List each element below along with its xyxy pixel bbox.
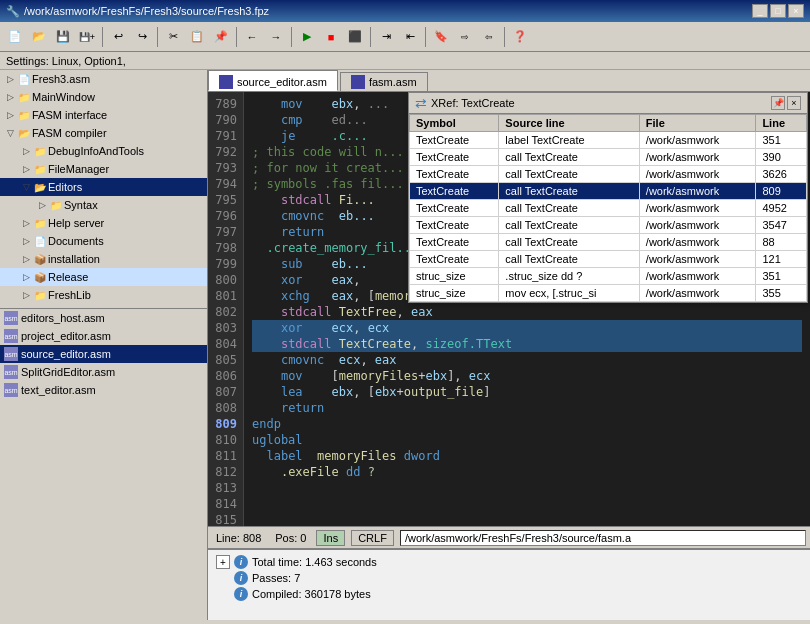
app-icon: 🔧 bbox=[6, 5, 20, 18]
next-bookmark-button[interactable]: ⇨ bbox=[454, 26, 476, 48]
file-label: source_editor.asm bbox=[21, 348, 111, 360]
save-button[interactable]: 💾 bbox=[52, 26, 74, 48]
maximize-button[interactable]: □ bbox=[770, 4, 786, 18]
xref-cell-source: call TextCreate bbox=[499, 183, 639, 200]
code-line-813: lea ebx, [ebx+output_file] bbox=[252, 384, 802, 400]
expand-icon: ▷ bbox=[4, 92, 16, 102]
tab-fasm[interactable]: fasm.asm bbox=[340, 72, 428, 91]
tree-item-fasm-interface[interactable]: ▷ 📁 FASM interface bbox=[0, 106, 207, 124]
prev-bookmark-button[interactable]: ⇦ bbox=[478, 26, 500, 48]
forward-button[interactable]: → bbox=[265, 26, 287, 48]
xref-col-line: Line bbox=[756, 115, 807, 132]
xref-cell-symbol: TextCreate bbox=[410, 234, 499, 251]
new-button[interactable]: 📄 bbox=[4, 26, 26, 48]
tree-item-debuginfo[interactable]: ▷ 📁 DebugInfoAndTools bbox=[0, 142, 207, 160]
tree-item-filemanager[interactable]: ▷ 📁 FileManager bbox=[0, 160, 207, 178]
xref-row[interactable]: struc_size mov ecx, [.struc_si /work/asm… bbox=[410, 285, 807, 302]
xref-pin-button[interactable]: 📌 bbox=[771, 96, 785, 110]
tree-item-fasm-compiler[interactable]: ▽ 📂 FASM compiler bbox=[0, 124, 207, 142]
xref-cell-source: .struc_size dd ? bbox=[499, 268, 639, 285]
tree-item-editors[interactable]: ▽ 📂 Editors bbox=[0, 178, 207, 196]
xref-cell-line: 4952 bbox=[756, 200, 807, 217]
close-button[interactable]: × bbox=[788, 4, 804, 18]
paste-button[interactable]: 📌 bbox=[210, 26, 232, 48]
cut-button[interactable]: ✂ bbox=[162, 26, 184, 48]
line-num: 802 bbox=[214, 304, 237, 320]
line-num: 815 bbox=[214, 512, 237, 526]
xref-col-file: File bbox=[639, 115, 756, 132]
info-icon: i bbox=[234, 571, 248, 585]
ins-button[interactable]: Ins bbox=[316, 530, 345, 546]
tab-file-icon bbox=[219, 75, 233, 89]
debug-button[interactable]: ⬛ bbox=[344, 26, 366, 48]
tree-item-freshlib[interactable]: ▷ 📁 FreshLib bbox=[0, 286, 207, 304]
xref-cell-line: 88 bbox=[756, 234, 807, 251]
expand-icon: ▽ bbox=[4, 128, 16, 138]
xref-cell-source: call TextCreate bbox=[499, 234, 639, 251]
xref-row[interactable]: struc_size .struc_size dd ? /work/asmwor… bbox=[410, 268, 807, 285]
xref-row[interactable]: TextCreate call TextCreate /work/asmwork… bbox=[410, 217, 807, 234]
help-button[interactable]: ❓ bbox=[509, 26, 531, 48]
xref-cell-symbol: struc_size bbox=[410, 268, 499, 285]
tree-item-helpserver[interactable]: ▷ 📁 Help server bbox=[0, 214, 207, 232]
tree-label: Fresh3.asm bbox=[32, 73, 90, 85]
xref-row[interactable]: TextCreate call TextCreate /work/asmwork… bbox=[410, 149, 807, 166]
tree-label: Editors bbox=[48, 181, 82, 193]
tree-item-documents[interactable]: ▷ 📄 Documents bbox=[0, 232, 207, 250]
xref-table-container[interactable]: Symbol Source line File Line TextCreate … bbox=[409, 114, 807, 302]
file-item-text-editor[interactable]: asm text_editor.asm bbox=[0, 381, 208, 399]
xref-row[interactable]: TextCreate label TextCreate /work/asmwor… bbox=[410, 132, 807, 149]
xref-row[interactable]: TextCreate call TextCreate /work/asmwork… bbox=[410, 166, 807, 183]
crlf-button[interactable]: CRLF bbox=[351, 530, 394, 546]
line-numbers: 789 790 791 792 793 794 795 796 797 798 … bbox=[208, 92, 244, 526]
save-all-button[interactable]: 💾+ bbox=[76, 26, 98, 48]
xref-cell-line: 390 bbox=[756, 149, 807, 166]
line-num: 801 bbox=[214, 288, 237, 304]
toolbar-sep-2 bbox=[157, 27, 158, 47]
line-num: 793 bbox=[214, 160, 237, 176]
code-line-811: cmovnc ecx, eax bbox=[252, 352, 802, 368]
redo-button[interactable]: ↪ bbox=[131, 26, 153, 48]
undo-button[interactable]: ↩ bbox=[107, 26, 129, 48]
xref-cell-file: /work/asmwork bbox=[639, 251, 756, 268]
xref-swap-icon: ⇄ bbox=[415, 95, 427, 111]
expand-button[interactable]: + bbox=[216, 555, 230, 569]
copy-button[interactable]: 📋 bbox=[186, 26, 208, 48]
bookmark-button[interactable]: 🔖 bbox=[430, 26, 452, 48]
xref-cell-symbol: TextCreate bbox=[410, 217, 499, 234]
tree-item-syntax[interactable]: ▷ 📁 Syntax bbox=[0, 196, 207, 214]
file-item-project-editor[interactable]: asm project_editor.asm bbox=[0, 327, 208, 345]
filepath-input[interactable] bbox=[400, 530, 806, 546]
back-button[interactable]: ← bbox=[241, 26, 263, 48]
code-editor[interactable]: 789 790 791 792 793 794 795 796 797 798 … bbox=[208, 92, 810, 526]
expand-icon: ▷ bbox=[20, 254, 32, 264]
tree-label: Documents bbox=[48, 235, 104, 247]
file-icon: 📄 bbox=[16, 71, 32, 87]
file-item-source-editor[interactable]: asm source_editor.asm bbox=[0, 345, 208, 363]
outdent-button[interactable]: ⇤ bbox=[399, 26, 421, 48]
file-item-splitgrid[interactable]: asm SplitGridEditor.asm bbox=[0, 363, 208, 381]
stop-button[interactable]: ■ bbox=[320, 26, 342, 48]
tree-label: FreshLib bbox=[48, 289, 91, 301]
xref-cell-symbol: struc_size bbox=[410, 285, 499, 302]
minimize-button[interactable]: _ bbox=[752, 4, 768, 18]
xref-row[interactable]: TextCreate call TextCreate /work/asmwork… bbox=[410, 251, 807, 268]
line-num: 803 bbox=[214, 320, 237, 336]
xref-row[interactable]: TextCreate call TextCreate /work/asmwork… bbox=[410, 200, 807, 217]
xref-row[interactable]: TextCreate call TextCreate /work/asmwork… bbox=[410, 183, 807, 200]
tree-item-fresh3asm[interactable]: ▷ 📄 Fresh3.asm bbox=[0, 70, 207, 88]
docs-icon: 📄 bbox=[32, 233, 48, 249]
run-button[interactable]: ▶ bbox=[296, 26, 318, 48]
tree-label: FASM interface bbox=[32, 109, 107, 121]
xref-row[interactable]: TextCreate call TextCreate /work/asmwork… bbox=[410, 234, 807, 251]
file-item-editors-host[interactable]: asm editors_host.asm bbox=[0, 309, 208, 327]
tab-source-editor[interactable]: source_editor.asm bbox=[208, 70, 338, 91]
indent-button[interactable]: ⇥ bbox=[375, 26, 397, 48]
xref-close-button[interactable]: × bbox=[787, 96, 801, 110]
xref-cell-file: /work/asmwork bbox=[639, 166, 756, 183]
tree-item-release[interactable]: ▷ 📦 Release bbox=[0, 268, 207, 286]
tree-item-mainwindow[interactable]: ▷ 📁 MainWindow bbox=[0, 88, 207, 106]
title-bar-controls: _ □ × bbox=[752, 4, 804, 18]
open-button[interactable]: 📂 bbox=[28, 26, 50, 48]
tree-item-installation[interactable]: ▷ 📦 installation bbox=[0, 250, 207, 268]
